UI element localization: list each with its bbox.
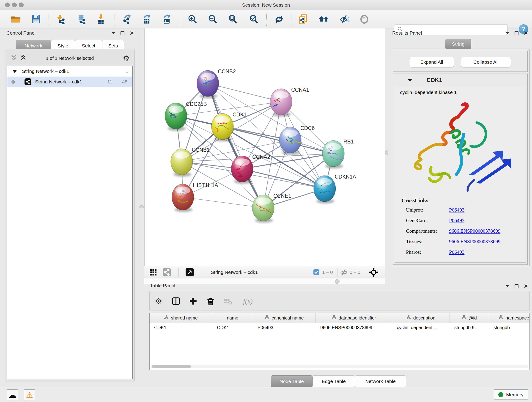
crosslink-link[interactable]: P06493 [449, 207, 464, 213]
network-collection-row[interactable]: String Network – cdk1 1 [7, 66, 133, 77]
network-options-gear-icon[interactable]: ⚙ [123, 55, 129, 62]
network-node-CCNB2[interactable]: CCNB2 [197, 69, 236, 98]
selected-checkbox-icon[interactable] [313, 266, 319, 279]
network-node-CCNE1[interactable]: CCNE1 [252, 193, 291, 223]
float-panel-icon[interactable] [515, 284, 519, 288]
gene-section-header[interactable]: CDK1 [393, 74, 527, 86]
column-header-namespace[interactable]: namespace [489, 313, 530, 323]
column-header-description[interactable]: description [392, 313, 450, 323]
zoom-fit-icon[interactable] [227, 14, 238, 25]
show-grid-icon[interactable] [149, 266, 157, 279]
close-panel-icon[interactable]: ✕ [129, 31, 134, 35]
node-table: shared namenamecanonical namedatabase id… [149, 313, 530, 370]
detach-view-icon[interactable] [186, 266, 194, 279]
left-splitter-handle[interactable] [139, 205, 144, 208]
control-panel-body: 1 of 1 Network selected ⚙ String Network… [5, 49, 135, 382]
table-cell[interactable]: P06493 [253, 323, 316, 332]
import-network-from-database-icon[interactable] [76, 14, 87, 25]
hide-selected-icon[interactable] [339, 14, 350, 25]
table-cell[interactable]: CDK1 [212, 323, 253, 332]
network-node-CCNA1[interactable]: CCNA1 [270, 87, 309, 117]
network-edge[interactable] [183, 197, 263, 208]
table-options-gear-icon[interactable]: ⚙ [153, 296, 164, 306]
network-node-CCNB1[interactable]: CCNB1 [171, 147, 210, 177]
bottom-splitter-handle[interactable] [335, 279, 340, 284]
table-row[interactable]: CDK1CDK1P064939606.ENSP00000378699cyclin… [150, 323, 530, 332]
memory-button[interactable]: Memory [494, 389, 528, 400]
network-node-CDKN1A[interactable]: CDKN1A [314, 174, 356, 204]
export-image-icon[interactable] [161, 14, 172, 25]
results-panel-title: Results Panel [392, 30, 422, 36]
collapse-all-button[interactable]: Collapse All [461, 57, 511, 67]
show-columns-icon[interactable] [171, 296, 181, 306]
table-tabs: Node TableEdge TableNetwork Table [271, 375, 406, 387]
column-header-canonical-name[interactable]: canonical name [253, 313, 316, 323]
panel-menu-icon[interactable] [111, 32, 115, 34]
column-header-label: description [413, 315, 436, 321]
panel-menu-icon[interactable] [505, 285, 510, 287]
tab-edge-table[interactable]: Edge Table [312, 375, 355, 387]
table-horizontal-scrollbar[interactable] [151, 365, 529, 368]
warning-icon[interactable]: ⚠ [24, 389, 35, 400]
crosslink-link[interactable]: P06493 [449, 217, 464, 223]
function-builder-icon: f(x) [240, 296, 256, 306]
tab-node-table[interactable]: Node Table [271, 375, 312, 387]
export-table-icon[interactable] [141, 14, 152, 25]
network-node-RB1[interactable]: RB1 [322, 139, 354, 168]
panel-menu-icon[interactable] [505, 32, 510, 34]
zoom-out-icon[interactable] [207, 14, 218, 25]
collection-expander-icon[interactable] [12, 70, 17, 73]
crosslink-link[interactable]: P06493 [449, 249, 464, 255]
export-network-icon[interactable] [121, 14, 133, 25]
save-session-icon[interactable] [31, 14, 42, 25]
toolbar-separator [337, 268, 337, 277]
network-share-icon[interactable] [163, 266, 171, 279]
open-session-icon[interactable] [10, 14, 21, 25]
expand-all-button[interactable]: Expand All [409, 57, 454, 67]
gene-description: cyclin–dependent kinase 1 [400, 89, 457, 95]
apply-preferred-layout-icon[interactable] [273, 14, 285, 25]
tab-network-table[interactable]: Network Table [355, 375, 406, 387]
import-network-from-file-icon[interactable] [55, 14, 66, 25]
birds-eye-view-icon[interactable] [369, 266, 379, 279]
collection-label: String Network – cdk1 [22, 69, 69, 74]
gene-section: CDK1 cyclin–dependent kinase 1 [393, 74, 528, 265]
crosslink-link[interactable]: 9606.ENSP00000378699 [449, 239, 500, 245]
create-column-icon[interactable] [188, 296, 198, 306]
network-node-CDK1[interactable]: CDK1 [211, 112, 247, 141]
show-all-icon[interactable] [359, 14, 370, 25]
right-splitter-handle[interactable] [385, 150, 388, 155]
column-header-@id[interactable]: @id [450, 313, 489, 323]
clone-network-icon[interactable] [298, 14, 309, 25]
network-edge[interactable] [242, 169, 325, 189]
close-panel-icon[interactable]: ✕ [524, 31, 528, 35]
float-panel-icon[interactable] [515, 31, 519, 35]
column-header-database-identifier[interactable]: database identifier [316, 313, 392, 323]
network-edge[interactable] [222, 127, 333, 153]
zoom-selected-icon[interactable] [248, 14, 259, 25]
delete-column-icon[interactable] [205, 296, 216, 306]
crosslink-link[interactable]: 9606.ENSP00000378699 [449, 228, 500, 234]
table-cell[interactable]: CDK1 [150, 323, 212, 332]
network-edge[interactable] [208, 83, 281, 102]
table-cell[interactable]: 9606.ENSP00000378699 [316, 323, 392, 332]
scrollbar-thumb[interactable] [152, 365, 191, 368]
table-cell[interactable]: stringdb:9... [450, 323, 489, 332]
table-cell[interactable]: cyclin–dependent ... [392, 323, 450, 332]
column-header-name[interactable]: name [212, 313, 253, 323]
network-node-HIST1H1A[interactable]: HIST1H1A [172, 182, 218, 212]
cloud-status-icon[interactable]: ☁ [7, 389, 18, 400]
import-table-from-file-icon[interactable] [95, 14, 106, 25]
zoom-in-icon[interactable] [187, 14, 198, 25]
section-collapse-icon[interactable] [407, 79, 412, 82]
tab-string[interactable]: String [445, 39, 471, 49]
network-canvas[interactable]: CCNB2CCNA1CDC25BCDK1CDC6RB1CCNB1CCNA2CDK… [144, 28, 385, 266]
close-panel-icon[interactable]: ✕ [524, 284, 528, 288]
node-label: CCNB1 [192, 147, 210, 153]
network-row[interactable]: String Network – cdk1 11 48 [7, 77, 133, 87]
column-header-shared-name[interactable]: shared name [150, 313, 212, 323]
first-neighbors-icon[interactable] [318, 14, 329, 25]
table-cell[interactable]: stringdb [489, 323, 530, 332]
float-panel-icon[interactable] [120, 31, 124, 35]
horizontal-splitter[interactable] [144, 279, 385, 284]
